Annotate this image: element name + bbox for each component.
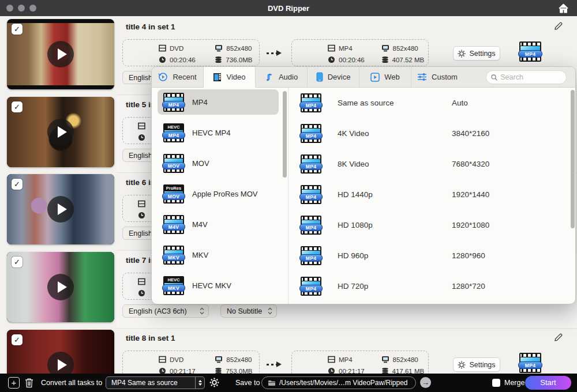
- settings-label: Settings: [469, 361, 495, 369]
- format-item-mp4[interactable]: MP4 MP4: [158, 89, 279, 115]
- output-resolution: 852x480: [381, 44, 426, 52]
- play-icon[interactable]: [47, 196, 74, 223]
- preset-4k-video[interactable]: MP4 4K Video 3840*2160: [289, 120, 575, 146]
- output-duration-label: 00:20:46: [339, 56, 365, 63]
- source-format-label: DVD: [170, 45, 183, 52]
- preset-list-scrollbar[interactable]: [571, 90, 575, 228]
- title6-checkbox[interactable]: ✓: [12, 179, 23, 190]
- format-item-m4v[interactable]: M4V M4V: [158, 212, 279, 237]
- merge-checkbox[interactable]: [492, 379, 500, 387]
- settings-button[interactable]: Settings: [453, 46, 500, 61]
- tab-label: Audio: [279, 73, 298, 81]
- title-bar: DVD Ripper: [0, 0, 577, 16]
- title7-checkbox[interactable]: ✓: [12, 257, 23, 267]
- preset-8k-video[interactable]: MP4 8K Video 7680*4320: [289, 151, 575, 176]
- edit-pencil-icon[interactable]: [553, 333, 563, 342]
- tab-recent[interactable]: Recent: [152, 67, 204, 87]
- trash-icon: [25, 378, 33, 388]
- search-field[interactable]: [486, 70, 567, 84]
- title8-checkbox[interactable]: ✓: [12, 334, 23, 345]
- audio-track-select[interactable]: English (AC3 6ch): [122, 304, 209, 318]
- format-label: HEVC MP4: [192, 129, 230, 137]
- tab-custom[interactable]: Custom: [411, 67, 463, 87]
- title4-checkbox[interactable]: ✓: [12, 24, 23, 35]
- merge-label: Merge: [504, 379, 524, 387]
- output-format: MP4: [328, 44, 366, 52]
- video-icon: [213, 73, 222, 82]
- source-size: 736.0MB: [215, 56, 257, 63]
- tab-web[interactable]: Web: [359, 67, 411, 87]
- settings-button[interactable]: Settings: [453, 357, 500, 372]
- web-icon: [370, 73, 380, 82]
- format-picker-popup: Recent Video Audio Device Web Custom: [151, 66, 576, 304]
- task-title: title 8 in set 1: [126, 334, 175, 342]
- format-item-mkv[interactable]: MKV MKV: [158, 242, 279, 267]
- mkv-film-icon: MKV: [163, 246, 184, 265]
- play-icon[interactable]: [47, 274, 74, 300]
- format-item-peek[interactable]: [158, 303, 279, 304]
- subtitle-select[interactable]: No Subtitle: [220, 304, 277, 318]
- preset-label: HD 1080p: [338, 221, 452, 229]
- source-duration: 00:20:46: [159, 56, 200, 63]
- output-resolution: 852x480: [381, 356, 426, 363]
- play-icon[interactable]: [47, 119, 74, 145]
- format-item-mov[interactable]: MOV MOV: [158, 150, 279, 176]
- tab-device[interactable]: Device: [308, 67, 359, 87]
- format-item-hevc-mp4[interactable]: MP4HEVC HEVC MP4: [158, 120, 279, 145]
- format-item-prores-mov[interactable]: MOVProRes Apple ProRes MOV: [158, 181, 279, 206]
- gear-icon: [209, 378, 219, 387]
- preset-hd-1080p[interactable]: MP4 HD 1080p 1920*1080: [289, 212, 575, 238]
- preset-value: Auto: [452, 99, 468, 107]
- output-format-film-icon[interactable]: MP4: [519, 42, 541, 62]
- task-title: title 4 in set 1: [126, 22, 175, 31]
- video-thumbnail-title5[interactable]: ✓: [7, 97, 114, 167]
- tab-audio[interactable]: Audio: [256, 67, 308, 87]
- source-duration-label: 00:20:46: [170, 56, 196, 63]
- convert-settings-button[interactable]: [209, 378, 219, 387]
- source-format: DVD: [159, 356, 200, 363]
- convert-format-select[interactable]: MP4 Same as source: [106, 376, 205, 389]
- preset-label: 8K Video: [338, 160, 452, 168]
- output-size-label: 407.52 MB: [392, 56, 425, 63]
- output-format-film-icon[interactable]: MP4: [519, 353, 541, 373]
- pane-divider: [288, 88, 288, 304]
- format-item-hevc-mkv[interactable]: MKVHEVC HEVC MKV: [158, 273, 279, 298]
- format-label: MP4: [192, 98, 208, 107]
- preset-hd-960p[interactable]: MP4 HD 960p 1280*960: [289, 243, 575, 268]
- start-button[interactable]: Start: [525, 376, 571, 390]
- output-size: 407.52 MB: [381, 56, 426, 63]
- source-resolution: 852x480: [215, 356, 257, 363]
- preset-hd-720p[interactable]: MP4 HD 720p 1280*720: [289, 273, 575, 299]
- window-title: DVD Ripper: [0, 4, 577, 13]
- save-path-field[interactable]: /Users/test/Movies/…m VideoPaw/Ripped: [261, 376, 416, 389]
- format-label: M4V: [192, 220, 208, 229]
- tab-video[interactable]: Video: [204, 67, 256, 88]
- mp4-film-icon: MP4: [301, 154, 321, 174]
- delete-task-button[interactable]: [25, 378, 33, 388]
- mov-film-icon: MOV: [163, 154, 184, 173]
- tab-label: Video: [226, 73, 245, 81]
- edit-pencil-icon[interactable]: [553, 21, 563, 31]
- convert-arrow-icon: [267, 51, 282, 55]
- play-icon[interactable]: [47, 41, 74, 67]
- home-icon[interactable]: [558, 3, 569, 14]
- video-thumbnail-title4[interactable]: ✓: [7, 19, 114, 89]
- format-list-scrollbar[interactable]: [283, 91, 287, 178]
- source-info-box: DVD 852x480 00:20:46 736.0MB: [122, 39, 260, 66]
- preset-list: MP4 Same as source Auto MP4 4K Video 384…: [289, 88, 575, 304]
- folder-icon: [268, 380, 276, 386]
- preset-hd-1440p[interactable]: MP4 HD 1440p 1920*1440: [289, 182, 575, 207]
- title5-checkbox[interactable]: ✓: [12, 101, 23, 112]
- add-task-button[interactable]: +: [8, 377, 20, 389]
- preset-label: HD 960p: [338, 251, 452, 260]
- bottom-toolbar: + Convert all tasks to MP4 Same as sourc…: [0, 374, 577, 392]
- audio-icon: [265, 73, 274, 82]
- video-thumbnail-title6[interactable]: ✓: [7, 174, 114, 244]
- video-thumbnail-title7[interactable]: ✓: [7, 252, 114, 322]
- search-input[interactable]: [500, 73, 561, 81]
- preset-label: Same as source: [338, 99, 452, 107]
- preset-same-as-source[interactable]: MP4 Same as source Auto: [289, 90, 575, 115]
- device-icon: [316, 72, 323, 82]
- search-icon: [491, 74, 497, 81]
- open-folder-arrow-button[interactable]: →: [420, 377, 431, 388]
